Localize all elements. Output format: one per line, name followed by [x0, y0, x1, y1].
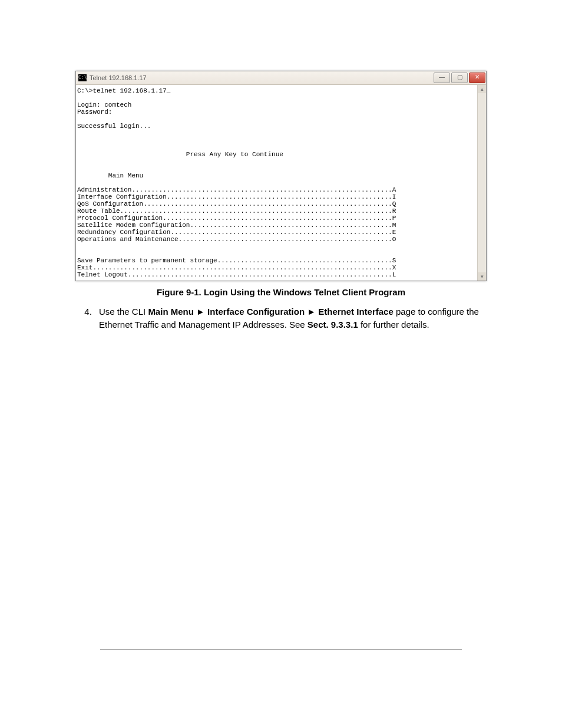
step-4: Use the CLI Main Menu ► Interface Config… — [94, 305, 509, 331]
document-page: C:\ Telnet 192.168.1.17 — ▢ ✕ C:\>telnet… — [0, 0, 562, 686]
step-text: Use the CLI — [99, 307, 148, 317]
figure: C:\ Telnet 192.168.1.17 — ▢ ✕ C:\>telnet… — [75, 71, 487, 281]
arrow-icon: ► — [305, 307, 318, 317]
maximize-button[interactable]: ▢ — [451, 73, 468, 83]
arrow-icon: ► — [194, 307, 207, 317]
telnet-window: C:\ Telnet 192.168.1.17 — ▢ ✕ C:\>telnet… — [75, 71, 487, 281]
minimize-button[interactable]: — — [434, 73, 450, 83]
window-controls: — ▢ ✕ — [433, 73, 486, 83]
menu-path-eth: Ethernet Interface — [318, 307, 394, 317]
titlebar: C:\ Telnet 192.168.1.17 — ▢ ✕ — [76, 71, 486, 85]
menu-path-ifconfig: Interface Configuration — [207, 307, 305, 317]
cmd-icon: C:\ — [78, 74, 87, 81]
close-button[interactable]: ✕ — [469, 73, 485, 83]
window-title: Telnet 192.168.1.17 — [90, 74, 433, 81]
figure-caption: Figure 9-1. Login Using the Windows Teln… — [53, 287, 509, 297]
menu-path-main: Main Menu — [148, 307, 194, 317]
step-list: Use the CLI Main Menu ► Interface Config… — [53, 305, 509, 331]
terminal-text: C:\>telnet 192.168.1.17_ Login: comtech … — [77, 87, 485, 278]
scrollbar[interactable]: ▴ ▾ — [477, 85, 486, 281]
terminal-body[interactable]: C:\>telnet 192.168.1.17_ Login: comtech … — [76, 85, 486, 281]
step-text: for further details. — [358, 319, 429, 330]
scroll-up-icon[interactable]: ▴ — [478, 85, 486, 93]
section-ref: Sect. 9.3.3.1 — [308, 319, 358, 330]
scroll-down-icon[interactable]: ▾ — [478, 272, 486, 281]
footer-rule — [100, 650, 462, 650]
